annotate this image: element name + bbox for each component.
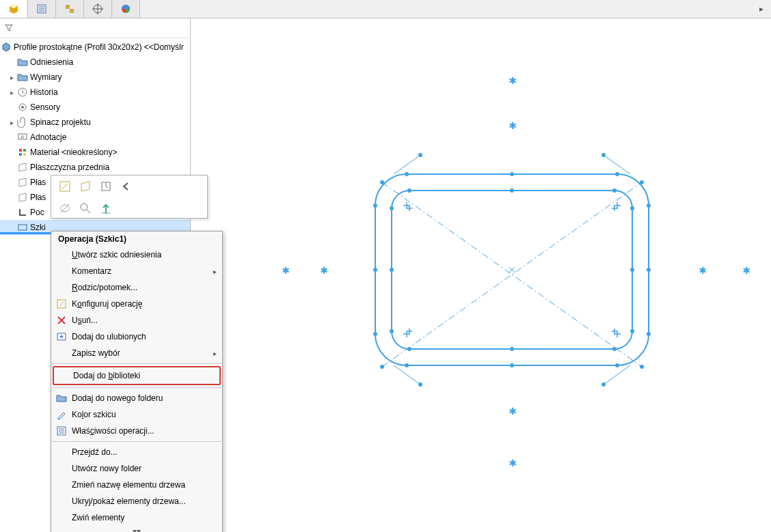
tree-item-spinacz[interactable]: ▸ Spinacz projektu (0, 115, 190, 130)
context-menu: Operacja (Szkic1) Utwórz szkic odniesien… (51, 231, 223, 532)
tab-display-manager[interactable] (112, 0, 140, 18)
plane-icon (16, 177, 29, 188)
svg-point-42 (407, 188, 411, 193)
tree-item-plane-front[interactable]: Płaszczyzna przednia (0, 160, 190, 175)
svg-rect-18 (23, 153, 26, 156)
plane-icon (16, 192, 29, 203)
ctx-btn-hide[interactable] (58, 201, 72, 215)
tree-root[interactable]: Profile prostokątne (Profil 30x20x2) <<D… (0, 40, 190, 55)
svg-text:A: A (21, 134, 25, 140)
cube-icon (8, 3, 19, 14)
svg-point-38 (510, 172, 514, 176)
svg-point-33 (615, 363, 619, 367)
svg-point-43 (612, 188, 617, 193)
svg-text:✱: ✱ (743, 262, 750, 277)
menu-item-zapisz-wybor[interactable]: Zapisz wybór▸ (51, 345, 222, 361)
svg-line-88 (61, 204, 69, 212)
app-root: ▸ Profile prostokątne (Profil 30x20x2) <… (0, 0, 771, 532)
menu-item-rodzic[interactable]: Rodzic/potomek... (51, 279, 222, 296)
origin-icon (16, 207, 29, 218)
menu-item-zwin[interactable]: Zwiń elementy (51, 509, 222, 526)
menu-item-komentarz[interactable]: Komentarz▸ (51, 263, 222, 279)
menu-item-utworz-folder[interactable]: Utwórz nowy folder (51, 460, 222, 477)
folder-icon (16, 72, 29, 83)
svg-point-12 (21, 106, 24, 109)
context-menu-header: Operacja (Szkic1) (51, 232, 222, 247)
svg-point-52 (510, 188, 514, 193)
svg-rect-16 (23, 149, 26, 152)
annotation-icon: A (16, 132, 29, 143)
folder-icon (16, 57, 29, 68)
svg-point-37 (647, 332, 651, 336)
tree-root-label: Profile prostokątne (Profil 30x20x2) <<D… (14, 42, 184, 52)
svg-text:✱: ✱ (509, 455, 517, 469)
tree-item-wymiary[interactable]: ▸ Wymiary (0, 70, 190, 85)
tree-item-material[interactable]: Materiał <nieokreślony> (0, 145, 190, 160)
ctx-btn-normal-to[interactable] (99, 201, 113, 215)
svg-text:✱: ✱ (282, 262, 290, 277)
svg-rect-5 (70, 9, 74, 13)
svg-line-27 (604, 155, 630, 174)
tab-dimxpert[interactable] (84, 0, 112, 18)
context-toolbar (51, 175, 208, 219)
clip-icon (16, 117, 29, 128)
svg-text:✱: ✱ (699, 262, 707, 277)
menu-item-usun[interactable]: Usuń... (51, 312, 222, 328)
ctx-btn-zoom[interactable] (79, 201, 92, 215)
tree-item-sensory[interactable]: Sensory (0, 100, 190, 115)
svg-rect-15 (19, 149, 22, 152)
svg-point-30 (405, 172, 409, 176)
plane-icon (16, 162, 29, 173)
svg-point-58 (380, 180, 384, 184)
graphics-area[interactable]: ✱ ✱ ✱✱ ✱✱ ✱ ✱ Y (191, 18, 771, 532)
svg-point-54 (418, 153, 422, 157)
ctx-btn-rollback[interactable] (120, 180, 133, 193)
svg-point-34 (373, 204, 377, 208)
menu-item-przejdz[interactable]: Przejdź do... (51, 444, 222, 460)
svg-point-50 (390, 268, 394, 272)
tree-item-historia[interactable]: ▸ Historia (0, 85, 190, 100)
svg-point-56 (418, 382, 422, 387)
menu-item-dodaj-biblioteka-highlighted[interactable]: Dodaj do biblioteki (53, 366, 221, 385)
tree-filter-row[interactable] (0, 18, 190, 38)
config-edit-icon (55, 298, 68, 309)
svg-text:✱: ✱ (509, 117, 517, 132)
ctx-btn-suppress[interactable] (99, 180, 113, 193)
svg-line-90 (87, 210, 90, 213)
menu-item-dodaj-ulubione[interactable]: Dodaj do ulubionych (51, 328, 222, 345)
menu-separator (52, 441, 221, 442)
appearance-icon (120, 3, 131, 14)
ctx-btn-edit-sketch-plane[interactable] (79, 180, 92, 193)
tab-configuration-manager[interactable] (56, 0, 84, 18)
menu-item-dodaj-folder[interactable]: Dodaj do nowego folderu (51, 390, 222, 406)
history-icon (16, 87, 29, 98)
favorite-icon (55, 331, 68, 342)
menu-item-create-ref-sketch[interactable]: Utwórz szkic odniesienia (51, 247, 222, 263)
menu-item-ukryj-pokaz[interactable]: Ukryj/pokaż elementy drzewa... (51, 493, 222, 509)
svg-point-32 (405, 363, 409, 367)
menu-separator (52, 363, 221, 364)
svg-line-29 (604, 365, 630, 384)
tab-feature-manager[interactable] (0, 0, 28, 18)
svg-point-60 (380, 365, 384, 369)
funnel-icon (4, 23, 14, 33)
config-icon (64, 3, 75, 14)
tabbar-overflow[interactable]: ▸ (752, 4, 771, 14)
menu-item-zmien-nazwe[interactable]: Zmień nazwę elementu drzewa (51, 477, 222, 493)
svg-point-55 (601, 153, 606, 157)
svg-point-59 (640, 180, 644, 184)
tree-item-adnotacje[interactable]: A Adnotacje (0, 130, 190, 145)
material-icon (16, 147, 29, 158)
menu-item-wlasciwosci[interactable]: Właściwości operacji... (51, 423, 222, 439)
menu-expand-chevrons[interactable]: ▾▾ (51, 526, 222, 532)
tab-property-manager[interactable] (28, 0, 56, 18)
menu-item-kolor-szkicu[interactable]: Kolor szkicu (51, 406, 222, 423)
svg-point-35 (647, 204, 651, 208)
ctx-btn-edit-sketch[interactable] (58, 180, 72, 193)
delete-icon (55, 315, 68, 326)
svg-point-49 (630, 329, 634, 333)
tree-item-odniesienia[interactable]: Odniesienia (0, 55, 190, 70)
svg-rect-19 (18, 225, 27, 230)
svg-point-44 (407, 347, 411, 351)
menu-item-konfiguruj[interactable]: Konfiguruj operację (51, 296, 222, 312)
